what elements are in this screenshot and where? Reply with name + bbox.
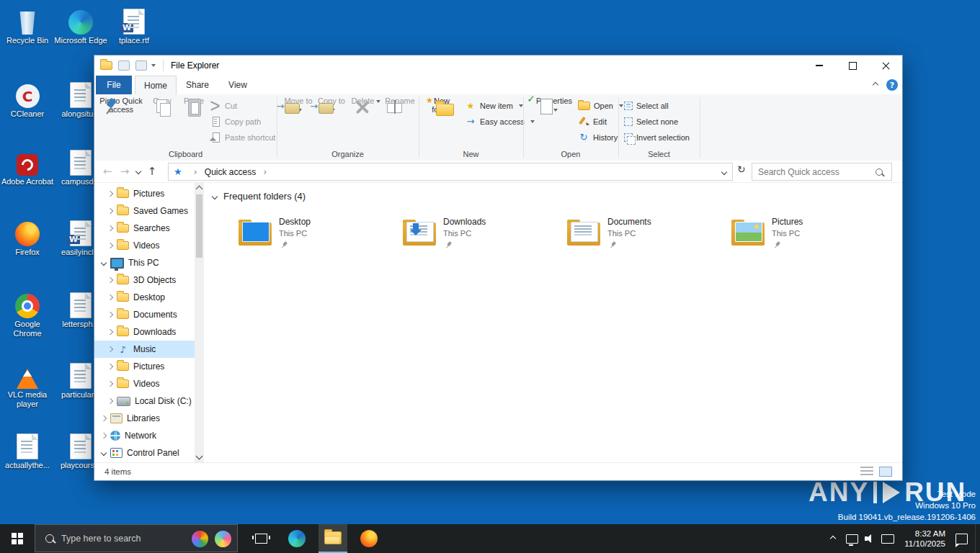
sidebar-item-3d-objects[interactable]: 3D Objects bbox=[94, 271, 195, 289]
details-view-button[interactable] bbox=[860, 467, 873, 477]
scroll-down-arrow[interactable] bbox=[196, 453, 203, 460]
sidebar-item-pictures-pc[interactable]: Pictures bbox=[94, 358, 195, 375]
section-collapse-chevron[interactable] bbox=[212, 193, 218, 199]
chevron-right-icon[interactable] bbox=[107, 295, 113, 300]
breadcrumb-chevron[interactable]: › bbox=[194, 166, 197, 177]
scroll-up-arrow[interactable] bbox=[196, 186, 203, 193]
copy-to-button[interactable]: → Copy to bbox=[316, 96, 347, 114]
copy-path-button[interactable]: Copy path bbox=[210, 114, 261, 129]
edit-button[interactable]: Edit bbox=[578, 114, 607, 129]
folder-tile-desktop[interactable]: Desktop This PC bbox=[239, 215, 393, 256]
desktop-icon-actuallythe[interactable]: actuallythe... bbox=[0, 429, 55, 470]
sidebar-item-videos[interactable]: Videos bbox=[94, 237, 195, 254]
chevron-right-icon[interactable] bbox=[107, 364, 113, 369]
thumbnails-view-button[interactable] bbox=[879, 467, 892, 477]
up-button[interactable]: ↑ bbox=[143, 166, 161, 177]
desktop-icon-firefox[interactable]: Firefox bbox=[0, 216, 55, 257]
taskbar-firefox-button[interactable] bbox=[355, 524, 383, 553]
chevron-right-icon[interactable] bbox=[107, 277, 113, 283]
desktop-icon-chrome[interactable]: Google Chrome bbox=[0, 288, 55, 338]
delete-button[interactable]: Delete bbox=[350, 96, 382, 105]
rename-button[interactable]: Rename bbox=[383, 96, 416, 105]
chevron-right-icon[interactable] bbox=[107, 225, 113, 231]
open-button[interactable]: Open bbox=[578, 99, 623, 113]
paste-shortcut-button[interactable]: Paste shortcut bbox=[210, 130, 275, 145]
sidebar-item-desktop[interactable]: Desktop bbox=[94, 289, 195, 306]
qat-customize-chevron[interactable] bbox=[151, 64, 156, 67]
taskbar-edge-button[interactable] bbox=[282, 524, 311, 553]
folder-tile-pictures[interactable]: Pictures This PC bbox=[731, 215, 886, 256]
select-none-button[interactable]: Select none bbox=[624, 114, 678, 129]
cut-button[interactable]: Cut bbox=[210, 99, 237, 113]
sidebar-scrollbar[interactable] bbox=[195, 183, 204, 462]
qat-icon-2[interactable] bbox=[135, 60, 147, 71]
recent-locations-chevron[interactable] bbox=[135, 168, 141, 174]
new-item-button[interactable]: ★ New item bbox=[465, 99, 523, 113]
sidebar-item-searches[interactable]: Searches bbox=[94, 220, 195, 237]
sidebar-item-documents[interactable]: Documents bbox=[94, 306, 195, 323]
search-box[interactable]: Search Quick access bbox=[752, 163, 892, 181]
network-tray-icon[interactable] bbox=[843, 524, 860, 553]
select-all-button[interactable]: Select all bbox=[624, 99, 669, 113]
chevron-down-icon[interactable] bbox=[101, 260, 107, 266]
help-icon[interactable]: ? bbox=[886, 79, 898, 91]
properties-button[interactable]: ✓ Properties bbox=[533, 96, 575, 114]
back-button[interactable]: ← bbox=[99, 166, 116, 177]
desktop-icon-tplace-rtf[interactable]: W tplace.rtf bbox=[107, 4, 161, 45]
title-bar[interactable]: File Explorer bbox=[94, 55, 902, 76]
colorful-shortcut-icon-2[interactable] bbox=[215, 531, 231, 547]
new-folder-button[interactable]: ★ New folder bbox=[423, 96, 460, 114]
chevron-right-icon[interactable] bbox=[107, 381, 113, 387]
copy-button[interactable]: Copy bbox=[148, 96, 177, 105]
close-button[interactable] bbox=[869, 55, 902, 76]
volume-tray-icon[interactable] bbox=[862, 524, 879, 553]
breadcrumb-chevron[interactable]: › bbox=[263, 166, 267, 177]
frequent-folders-header[interactable]: Frequent folders (4) bbox=[213, 191, 306, 202]
invert-selection-button[interactable]: Invert selection bbox=[624, 130, 690, 145]
colorful-shortcut-icon-1[interactable] bbox=[192, 531, 208, 547]
sidebar-item-control-panel[interactable]: Control Panel bbox=[94, 444, 195, 462]
desktop-icon-adobe-acrobat[interactable]: Adobe Acrobat bbox=[0, 145, 55, 186]
show-desktop-button[interactable] bbox=[975, 524, 980, 553]
folder-tile-documents[interactable]: Documents This PC bbox=[567, 215, 722, 256]
search-icon[interactable] bbox=[876, 168, 883, 176]
forward-button[interactable]: → bbox=[116, 166, 133, 177]
desktop-icon-recycle-bin[interactable]: Recycle Bin bbox=[0, 4, 55, 45]
action-center-button[interactable] bbox=[950, 524, 973, 553]
sidebar-item-network[interactable]: Network bbox=[94, 427, 195, 444]
chevron-right-icon[interactable] bbox=[107, 208, 113, 214]
address-bar[interactable]: ★ › Quick access › bbox=[168, 163, 733, 181]
breadcrumb[interactable]: Quick access bbox=[205, 167, 256, 177]
task-view-button[interactable] bbox=[246, 524, 275, 553]
chevron-right-icon[interactable] bbox=[101, 433, 107, 439]
scrollbar-thumb[interactable] bbox=[196, 194, 202, 258]
desktop-icon-ccleaner[interactable]: C CCleaner bbox=[0, 78, 55, 119]
maximize-button[interactable] bbox=[836, 55, 869, 76]
chevron-right-icon[interactable] bbox=[107, 398, 113, 404]
tab-home[interactable]: Home bbox=[135, 76, 177, 95]
chevron-right-icon[interactable] bbox=[107, 243, 113, 248]
show-hidden-icons-button[interactable] bbox=[826, 524, 840, 553]
desktop-icon-edge[interactable]: Microsoft Edge bbox=[53, 4, 108, 45]
sidebar-item-local-disk-c[interactable]: Local Disk (C:) bbox=[94, 392, 195, 410]
sidebar-item-this-pc[interactable]: This PC bbox=[94, 254, 195, 271]
qat-icon-1[interactable] bbox=[118, 60, 130, 71]
chevron-right-icon[interactable] bbox=[101, 415, 107, 421]
history-button[interactable]: ↻ History bbox=[578, 130, 618, 145]
refresh-icon[interactable]: ↻ bbox=[737, 164, 746, 174]
sidebar-item-videos-pc[interactable]: Videos bbox=[94, 375, 195, 392]
tab-view[interactable]: View bbox=[220, 76, 256, 94]
chevron-right-icon[interactable] bbox=[107, 329, 113, 335]
pin-to-quick-access-button[interactable]: Pin to Quick access bbox=[97, 96, 145, 114]
sidebar-item-downloads[interactable]: Downloads bbox=[94, 323, 195, 341]
paste-button[interactable]: Paste bbox=[179, 96, 208, 105]
taskbar-search-box[interactable]: Type here to search bbox=[35, 524, 238, 552]
chevron-down-icon[interactable] bbox=[101, 450, 107, 456]
chevron-right-icon[interactable] bbox=[107, 346, 113, 352]
sidebar-item-libraries[interactable]: Libraries bbox=[94, 410, 195, 427]
minimize-ribbon-chevron[interactable] bbox=[873, 82, 878, 88]
sidebar-item-pictures[interactable]: Pictures bbox=[94, 185, 195, 202]
chevron-right-icon[interactable] bbox=[107, 312, 113, 318]
start-button[interactable] bbox=[0, 524, 35, 553]
sidebar-item-saved-games[interactable]: Saved Games bbox=[94, 202, 195, 220]
